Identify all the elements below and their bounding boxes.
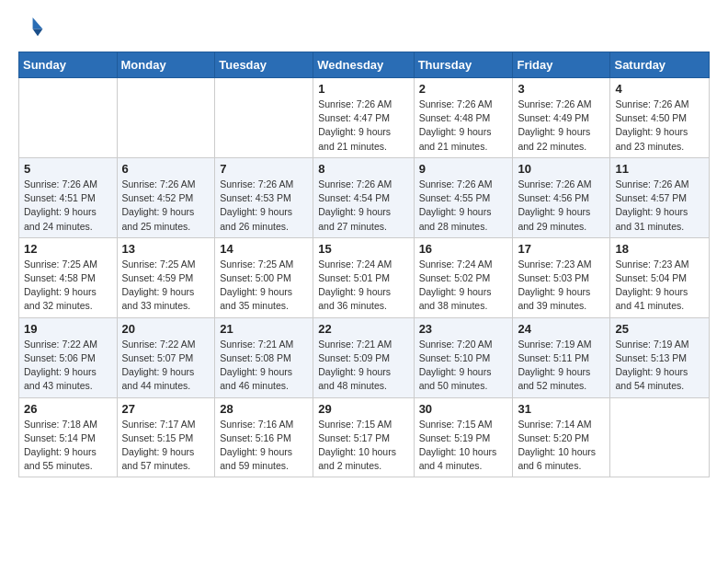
week-row-3: 12Sunrise: 7:25 AM Sunset: 4:58 PM Dayli… <box>19 237 710 317</box>
logo-icon <box>18 15 44 40</box>
svg-marker-0 <box>33 17 43 29</box>
day-info: Sunrise: 7:25 AM Sunset: 4:58 PM Dayligh… <box>24 258 112 314</box>
header <box>18 15 710 40</box>
day-cell: 31Sunrise: 7:14 AM Sunset: 5:20 PM Dayli… <box>513 397 610 477</box>
day-number: 1 <box>318 82 408 96</box>
day-cell: 30Sunrise: 7:15 AM Sunset: 5:19 PM Dayli… <box>414 397 513 477</box>
day-number: 12 <box>24 242 112 256</box>
weekday-header-monday: Monday <box>117 52 215 78</box>
day-cell: 6Sunrise: 7:26 AM Sunset: 4:52 PM Daylig… <box>117 157 215 237</box>
weekday-header-thursday: Thursday <box>414 52 513 78</box>
day-number: 30 <box>419 402 508 416</box>
day-number: 11 <box>615 162 704 176</box>
day-cell: 7Sunrise: 7:26 AM Sunset: 4:53 PM Daylig… <box>215 157 313 237</box>
day-cell: 23Sunrise: 7:20 AM Sunset: 5:10 PM Dayli… <box>414 317 513 397</box>
day-number: 10 <box>518 162 605 176</box>
day-cell <box>19 78 118 158</box>
day-number: 8 <box>318 162 408 176</box>
day-info: Sunrise: 7:26 AM Sunset: 4:55 PM Dayligh… <box>419 178 508 234</box>
day-number: 28 <box>220 402 308 416</box>
weekday-header-saturday: Saturday <box>610 52 710 78</box>
day-number: 25 <box>615 322 704 336</box>
day-cell: 4Sunrise: 7:26 AM Sunset: 4:50 PM Daylig… <box>610 78 710 158</box>
day-cell: 9Sunrise: 7:26 AM Sunset: 4:55 PM Daylig… <box>414 157 513 237</box>
day-cell <box>610 397 710 477</box>
page: SundayMondayTuesdayWednesdayThursdayFrid… <box>0 0 728 492</box>
day-cell: 28Sunrise: 7:16 AM Sunset: 5:16 PM Dayli… <box>215 397 313 477</box>
day-info: Sunrise: 7:18 AM Sunset: 5:14 PM Dayligh… <box>24 418 112 474</box>
calendar: SundayMondayTuesdayWednesdayThursdayFrid… <box>18 52 710 477</box>
weekday-header-friday: Friday <box>513 52 610 78</box>
day-number: 24 <box>518 322 605 336</box>
svg-marker-1 <box>33 29 43 37</box>
day-cell: 16Sunrise: 7:24 AM Sunset: 5:02 PM Dayli… <box>414 237 513 317</box>
day-info: Sunrise: 7:14 AM Sunset: 5:20 PM Dayligh… <box>518 418 605 474</box>
day-number: 17 <box>518 242 605 256</box>
day-info: Sunrise: 7:26 AM Sunset: 4:47 PM Dayligh… <box>318 98 408 154</box>
day-cell: 27Sunrise: 7:17 AM Sunset: 5:15 PM Dayli… <box>117 397 215 477</box>
day-number: 29 <box>318 402 408 416</box>
day-number: 13 <box>122 242 210 256</box>
day-cell: 17Sunrise: 7:23 AM Sunset: 5:03 PM Dayli… <box>513 237 610 317</box>
logo <box>18 15 48 40</box>
day-info: Sunrise: 7:15 AM Sunset: 5:19 PM Dayligh… <box>419 418 508 474</box>
day-cell <box>215 78 313 158</box>
day-cell: 11Sunrise: 7:26 AM Sunset: 4:57 PM Dayli… <box>610 157 710 237</box>
day-cell: 1Sunrise: 7:26 AM Sunset: 4:47 PM Daylig… <box>313 78 414 158</box>
day-info: Sunrise: 7:26 AM Sunset: 4:51 PM Dayligh… <box>24 178 112 234</box>
day-info: Sunrise: 7:26 AM Sunset: 4:49 PM Dayligh… <box>518 98 605 154</box>
day-cell: 25Sunrise: 7:19 AM Sunset: 5:13 PM Dayli… <box>610 317 710 397</box>
day-cell: 26Sunrise: 7:18 AM Sunset: 5:14 PM Dayli… <box>19 397 118 477</box>
day-cell: 19Sunrise: 7:22 AM Sunset: 5:06 PM Dayli… <box>19 317 118 397</box>
day-info: Sunrise: 7:15 AM Sunset: 5:17 PM Dayligh… <box>318 418 408 474</box>
day-info: Sunrise: 7:24 AM Sunset: 5:02 PM Dayligh… <box>419 258 508 314</box>
week-row-1: 1Sunrise: 7:26 AM Sunset: 4:47 PM Daylig… <box>19 78 710 158</box>
day-info: Sunrise: 7:22 AM Sunset: 5:06 PM Dayligh… <box>24 338 112 394</box>
day-info: Sunrise: 7:26 AM Sunset: 4:54 PM Dayligh… <box>318 178 408 234</box>
day-cell: 18Sunrise: 7:23 AM Sunset: 5:04 PM Dayli… <box>610 237 710 317</box>
day-number: 15 <box>318 242 408 256</box>
day-number: 22 <box>318 322 408 336</box>
day-cell: 15Sunrise: 7:24 AM Sunset: 5:01 PM Dayli… <box>313 237 414 317</box>
day-number: 3 <box>518 82 605 96</box>
day-number: 2 <box>419 82 508 96</box>
day-number: 27 <box>122 402 210 416</box>
weekday-header-tuesday: Tuesday <box>215 52 313 78</box>
day-info: Sunrise: 7:25 AM Sunset: 5:00 PM Dayligh… <box>220 258 308 314</box>
day-info: Sunrise: 7:26 AM Sunset: 4:52 PM Dayligh… <box>122 178 210 234</box>
day-number: 21 <box>220 322 308 336</box>
day-cell: 5Sunrise: 7:26 AM Sunset: 4:51 PM Daylig… <box>19 157 118 237</box>
day-cell: 3Sunrise: 7:26 AM Sunset: 4:49 PM Daylig… <box>513 78 610 158</box>
day-info: Sunrise: 7:21 AM Sunset: 5:08 PM Dayligh… <box>220 338 308 394</box>
day-info: Sunrise: 7:20 AM Sunset: 5:10 PM Dayligh… <box>419 338 508 394</box>
day-info: Sunrise: 7:24 AM Sunset: 5:01 PM Dayligh… <box>318 258 408 314</box>
day-number: 4 <box>615 82 704 96</box>
day-number: 5 <box>24 162 112 176</box>
day-info: Sunrise: 7:26 AM Sunset: 4:50 PM Dayligh… <box>615 98 704 154</box>
day-info: Sunrise: 7:21 AM Sunset: 5:09 PM Dayligh… <box>318 338 408 394</box>
week-row-5: 26Sunrise: 7:18 AM Sunset: 5:14 PM Dayli… <box>19 397 710 477</box>
day-info: Sunrise: 7:26 AM Sunset: 4:48 PM Dayligh… <box>419 98 508 154</box>
day-number: 26 <box>24 402 112 416</box>
day-cell: 22Sunrise: 7:21 AM Sunset: 5:09 PM Dayli… <box>313 317 414 397</box>
day-number: 23 <box>419 322 508 336</box>
day-cell: 29Sunrise: 7:15 AM Sunset: 5:17 PM Dayli… <box>313 397 414 477</box>
day-cell: 20Sunrise: 7:22 AM Sunset: 5:07 PM Dayli… <box>117 317 215 397</box>
day-cell: 14Sunrise: 7:25 AM Sunset: 5:00 PM Dayli… <box>215 237 313 317</box>
day-info: Sunrise: 7:26 AM Sunset: 4:57 PM Dayligh… <box>615 178 704 234</box>
day-cell: 8Sunrise: 7:26 AM Sunset: 4:54 PM Daylig… <box>313 157 414 237</box>
day-cell: 12Sunrise: 7:25 AM Sunset: 4:58 PM Dayli… <box>19 237 118 317</box>
day-number: 19 <box>24 322 112 336</box>
day-cell <box>117 78 215 158</box>
weekday-header-wednesday: Wednesday <box>313 52 414 78</box>
day-cell: 24Sunrise: 7:19 AM Sunset: 5:11 PM Dayli… <box>513 317 610 397</box>
weekday-header-row: SundayMondayTuesdayWednesdayThursdayFrid… <box>19 52 710 78</box>
day-number: 9 <box>419 162 508 176</box>
day-info: Sunrise: 7:17 AM Sunset: 5:15 PM Dayligh… <box>122 418 210 474</box>
day-number: 6 <box>122 162 210 176</box>
day-info: Sunrise: 7:25 AM Sunset: 4:59 PM Dayligh… <box>122 258 210 314</box>
week-row-4: 19Sunrise: 7:22 AM Sunset: 5:06 PM Dayli… <box>19 317 710 397</box>
day-info: Sunrise: 7:22 AM Sunset: 5:07 PM Dayligh… <box>122 338 210 394</box>
day-info: Sunrise: 7:23 AM Sunset: 5:04 PM Dayligh… <box>615 258 704 314</box>
day-info: Sunrise: 7:26 AM Sunset: 4:53 PM Dayligh… <box>220 178 308 234</box>
